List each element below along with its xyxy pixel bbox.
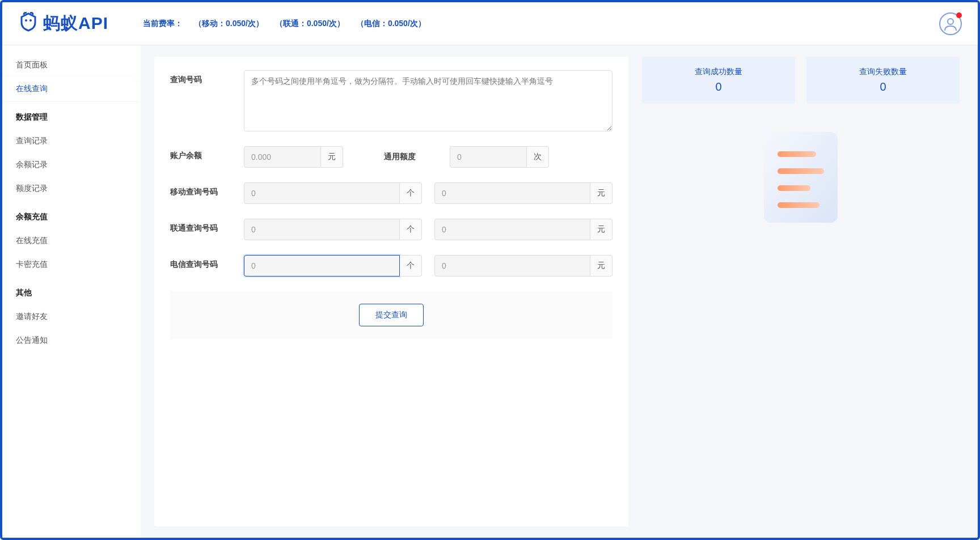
success-stat-card: 查询成功数量 0 [642,57,795,104]
telecom-count-input [244,255,400,277]
quota-input [450,146,527,168]
balance-unit: 元 [321,146,343,168]
mobile-count-unit: 个 [400,182,422,204]
svg-rect-4 [778,151,816,157]
submit-query-button[interactable]: 提交查询 [359,304,424,326]
balance-label: 账户余额 [170,146,244,161]
success-stat-value: 0 [649,80,788,93]
telecom-rate: （电信：0.050/次） [356,19,426,29]
empty-state-illustration [642,126,960,228]
quota-unit: 次 [527,146,549,168]
success-stat-label: 查询成功数量 [649,67,788,77]
telecom-query-label: 电信查询号码 [170,255,244,270]
sidebar-item-query-records[interactable]: 查询记录 [2,129,141,153]
svg-rect-3 [764,132,838,223]
sidebar-item-online-query[interactable]: 在线查询 [2,77,141,101]
fail-stat-card: 查询失败数量 0 [806,57,960,104]
mobile-price-unit: 元 [590,182,612,204]
mobile-query-label: 移动查询号码 [170,182,244,197]
mobile-price-input [434,182,590,204]
query-number-label: 查询号码 [170,70,244,85]
rate-label: 当前费率： [143,19,183,29]
rate-info: 当前费率： （移动：0.050/次） （联通：0.050/次） （电信：0.05… [143,19,426,29]
unicom-price-unit: 元 [590,219,612,240]
sidebar-item-announcements[interactable]: 公告通知 [2,329,141,352]
notification-badge [956,12,962,18]
sidebar-group-recharge: 余额充值 [2,205,141,229]
stats-panel: 查询成功数量 0 查询失败数量 0 [642,57,960,526]
sidebar-group-other: 其他 [2,281,141,305]
balance-input [244,146,321,168]
logo-text: 蚂蚁API [43,12,108,35]
telecom-count-unit: 个 [400,255,422,277]
query-number-input[interactable] [244,70,612,131]
user-icon [943,16,958,32]
sidebar-group-data: 数据管理 [2,105,141,129]
telecom-price-input [434,255,590,277]
sidebar-item-dashboard[interactable]: 首页面板 [2,53,141,77]
unicom-rate: （联通：0.050/次） [275,19,345,29]
svg-point-1 [29,19,32,22]
fail-stat-label: 查询失败数量 [813,67,953,77]
avatar[interactable] [939,12,962,35]
mobile-count-input [244,182,400,204]
unicom-count-unit: 个 [400,219,422,240]
unicom-count-input [244,219,400,240]
unicom-price-input [434,219,590,240]
fail-stat-value: 0 [813,80,953,93]
sidebar-item-balance-records[interactable]: 余额记录 [2,153,141,177]
svg-point-2 [948,19,953,24]
header: 蚂蚁API 当前费率： （移动：0.050/次） （联通：0.050/次） （电… [2,2,978,45]
svg-rect-7 [778,202,820,208]
sidebar: 首页面板 在线查询 数据管理 查询记录 余额记录 额度记录 余额充值 在线充值 … [2,45,141,538]
logo-icon [18,11,39,36]
sidebar-item-quota-records[interactable]: 额度记录 [2,177,141,201]
mobile-rate: （移动：0.050/次） [194,19,264,29]
query-form-panel: 查询号码 账户余额 元 通用额度 次 [154,57,628,526]
svg-rect-5 [778,168,824,174]
sidebar-item-invite[interactable]: 邀请好友 [2,305,141,329]
logo[interactable]: 蚂蚁API [18,11,143,36]
quota-label: 通用额度 [384,152,416,162]
svg-rect-6 [778,185,810,191]
svg-point-0 [25,19,27,22]
sidebar-item-card-recharge[interactable]: 卡密充值 [2,253,141,277]
telecom-price-unit: 元 [590,255,612,277]
sidebar-item-online-recharge[interactable]: 在线充值 [2,229,141,253]
unicom-query-label: 联通查询号码 [170,219,244,233]
